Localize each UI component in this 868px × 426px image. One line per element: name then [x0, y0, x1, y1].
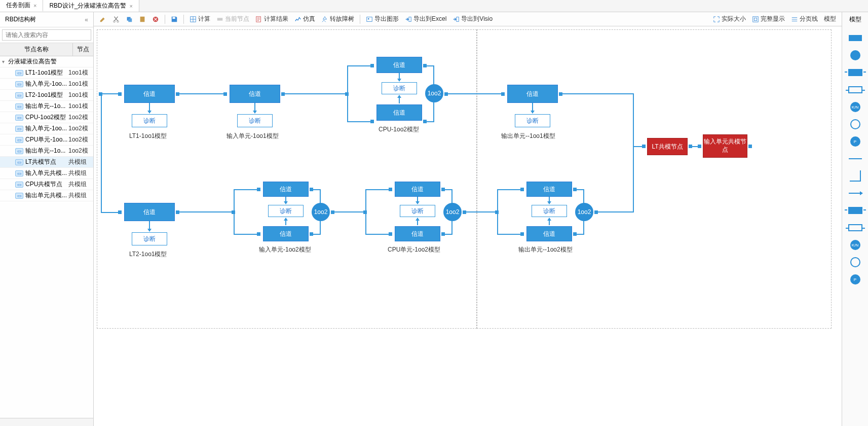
tree-row[interactable]: ▭CPU-1oo2模型1oo2模: [0, 112, 93, 123]
palette-kn-2[interactable]: K/N: [848, 240, 863, 250]
palette-switch[interactable]: [848, 119, 863, 129]
close-icon[interactable]: ×: [129, 3, 132, 9]
connector-port[interactable]: [223, 92, 227, 96]
fault-tree-button[interactable]: 转故障树: [319, 13, 357, 25]
block-channel[interactable]: 信道: [395, 182, 440, 197]
palette-circle[interactable]: [848, 50, 863, 60]
gate-1oo2[interactable]: 1oo2: [425, 84, 443, 102]
tab-task-profile[interactable]: 任务剖面 ×: [0, 0, 43, 12]
tree-row[interactable]: ▭输出单元--1o...1oo1模: [0, 101, 93, 112]
export-visio-button[interactable]: 导出到Visio: [450, 13, 495, 25]
tree-row[interactable]: ▭LT共模节点共模组: [0, 157, 93, 168]
delete-button[interactable]: [149, 14, 162, 24]
block-diagnosis[interactable]: 诊断: [532, 205, 567, 217]
block-diagnosis[interactable]: 诊断: [237, 114, 273, 127]
block-lt-common[interactable]: LT共模节点: [647, 138, 688, 155]
connector-port[interactable]: [520, 232, 524, 236]
connector-port[interactable]: [389, 232, 392, 236]
fit-button[interactable]: 完整显示: [749, 13, 787, 25]
palette-line[interactable]: [848, 154, 863, 164]
block-diagnosis[interactable]: 诊断: [268, 205, 304, 217]
palette-switch-2[interactable]: [848, 257, 863, 267]
palette-p-2[interactable]: P: [848, 274, 863, 285]
export-excel-button[interactable]: 导出到Excel: [402, 13, 449, 25]
block-channel[interactable]: 信道: [507, 85, 558, 103]
tree-caret-icon[interactable]: ▾: [2, 59, 8, 64]
tree-row[interactable]: ▭输出单元共模...共模组: [0, 190, 93, 201]
tree-node-type: 共模组: [68, 191, 91, 200]
connector-port[interactable]: [370, 120, 374, 123]
block-diagnosis[interactable]: 诊断: [132, 232, 167, 245]
palette-compound-filled-2[interactable]: [848, 205, 863, 216]
palette-rect[interactable]: [848, 33, 863, 43]
block-channel[interactable]: 信道: [263, 182, 309, 197]
connector-port[interactable]: [520, 188, 524, 191]
palette-compound-outline-2[interactable]: [848, 223, 863, 233]
tree-row[interactable]: ▭输入单元-1oo...1oo1模: [0, 79, 93, 90]
block-channel[interactable]: 信道: [124, 85, 175, 103]
model-dropdown[interactable]: 模型: [821, 13, 839, 25]
palette-compound-filled[interactable]: [848, 67, 863, 78]
block-channel[interactable]: 信道: [395, 226, 440, 241]
block-channel[interactable]: 信道: [526, 226, 572, 241]
tree-row[interactable]: ▭CPU单元-1oo...1oo2模: [0, 134, 93, 146]
sidebar-hscroll[interactable]: [0, 418, 93, 426]
calc-result-button[interactable]: 计算结果: [253, 13, 291, 25]
block-channel[interactable]: 信道: [230, 85, 280, 103]
edit-button[interactable]: [97, 14, 109, 24]
collapse-icon[interactable]: «: [85, 16, 88, 23]
save-button[interactable]: [168, 14, 180, 24]
gate-1oo2[interactable]: 1oo2: [312, 203, 330, 221]
gate-1oo2[interactable]: 1oo2: [575, 203, 593, 221]
connector-port[interactable]: [257, 188, 260, 191]
connector-port[interactable]: [118, 210, 122, 214]
simulate-button[interactable]: 仿真: [292, 13, 318, 25]
paste-button[interactable]: [136, 14, 148, 24]
block-channel[interactable]: 信道: [376, 57, 422, 73]
tree-row[interactable]: ▾分液罐液位高告警: [0, 56, 93, 67]
connector-port[interactable]: [370, 64, 374, 67]
block-diagnosis[interactable]: 诊断: [132, 114, 167, 127]
palette-compound-outline[interactable]: [848, 85, 863, 95]
block-channel[interactable]: 信道: [124, 203, 175, 221]
wire: [465, 211, 495, 212]
palette-lbend[interactable]: [848, 171, 863, 181]
page-line-button[interactable]: 分页线: [788, 13, 820, 25]
block-channel[interactable]: 信道: [263, 226, 309, 241]
calc-button[interactable]: 计算: [187, 13, 213, 25]
block-channel[interactable]: 信道: [526, 182, 572, 197]
search-input[interactable]: [2, 29, 91, 41]
gate-1oo2[interactable]: 1oo2: [443, 203, 462, 221]
tree-row[interactable]: ▭输出单元--1o...1oo2模: [0, 146, 93, 157]
connector-port[interactable]: [389, 188, 392, 191]
tree-row[interactable]: ▭CPU共模节点共模组: [0, 179, 93, 190]
block-diagnosis[interactable]: 诊断: [400, 205, 435, 217]
palette-arrow[interactable]: [848, 188, 863, 198]
copy-button[interactable]: [123, 14, 135, 24]
tree-node-name: CPU单元-1oo...: [25, 135, 68, 144]
connector-port[interactable]: [257, 232, 260, 236]
block-diagnosis[interactable]: 诊断: [382, 82, 417, 94]
connector-port[interactable]: [501, 92, 505, 96]
connector-port[interactable]: [748, 145, 752, 148]
export-image-button[interactable]: 导出图形: [363, 13, 401, 25]
palette-p[interactable]: P: [848, 136, 863, 147]
actual-size-button[interactable]: 实际大小: [710, 13, 748, 25]
connector-port[interactable]: [642, 145, 646, 148]
close-icon[interactable]: ×: [33, 3, 36, 9]
connector-port[interactable]: [698, 145, 701, 148]
tab-rbd-design[interactable]: RBD设计_分液罐液位高告警 ×: [43, 0, 139, 12]
block-input-common[interactable]: 输入单元共模节点: [703, 134, 747, 158]
tree-row[interactable]: ▭输入单元-1oo...1oo2模: [0, 123, 93, 134]
tree-row[interactable]: ▭LT1-1oo1模型1oo1模: [0, 67, 93, 79]
wire-arrow: [285, 197, 286, 204]
block-diagnosis[interactable]: 诊断: [515, 114, 550, 127]
connector-port[interactable]: [118, 92, 122, 96]
palette-kn[interactable]: K/N: [848, 102, 863, 112]
cut-button[interactable]: [110, 14, 122, 24]
block-channel[interactable]: 信道: [376, 104, 422, 121]
tree-row[interactable]: ▭输入单元共模...共模组: [0, 168, 93, 179]
tree-row[interactable]: ▭LT2-1oo1模型1oo1模: [0, 90, 93, 101]
canvas[interactable]: 信道 诊断 LT1-1oo1模型 信道 诊断 输入单元-1oo1模型: [94, 26, 842, 426]
current-node-button[interactable]: 当前节点: [214, 13, 252, 25]
